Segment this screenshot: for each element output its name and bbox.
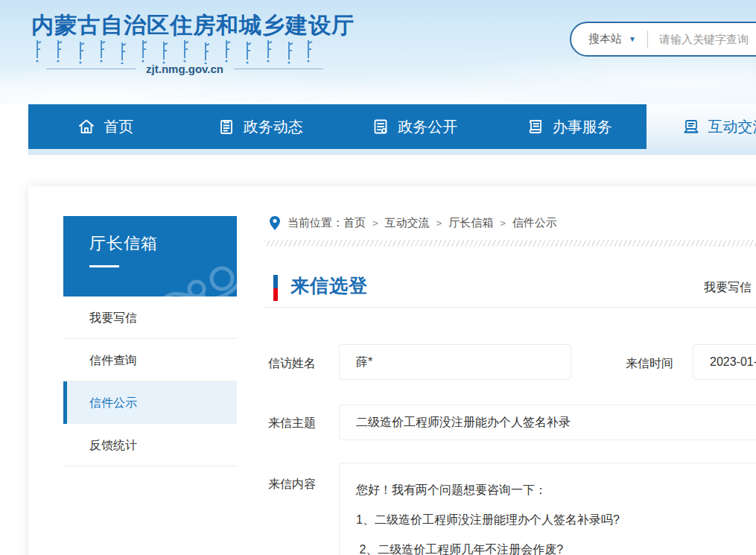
nav-tab-disclosure[interactable]: 政务公开 <box>337 104 492 149</box>
breadcrumb-separator: > <box>500 218 506 229</box>
accent-bar-red <box>273 288 278 301</box>
search-divider <box>647 31 648 48</box>
nav-tab-interaction[interactable]: 互动交流 <box>647 104 756 149</box>
breadcrumb-interaction[interactable]: 互动交流 <box>385 216 430 230</box>
section-underline <box>264 307 756 308</box>
nav-bottom-strip <box>28 149 756 155</box>
section-accent-bar <box>273 275 278 301</box>
nav-tab-news[interactable]: 政务动态 <box>183 104 338 149</box>
sidebar-header: 厅长信箱 <box>63 216 237 296</box>
section-title: 来信选登 <box>290 273 368 298</box>
breadcrumb-mailbox[interactable]: 厅长信箱 <box>448 216 493 230</box>
content-line: 您好！我有两个问题想要咨询一下： <box>356 475 756 505</box>
write-letter-link[interactable]: 我要写信 <box>704 280 752 296</box>
home-icon <box>77 118 95 136</box>
letter-time-field[interactable] <box>693 344 756 380</box>
search-scope-label: 搜本站 <box>588 32 622 46</box>
chevron-down-icon: ▼ <box>629 35 636 43</box>
chat-book-icon <box>682 118 700 136</box>
hatched-divider <box>264 240 756 247</box>
sidebar-title: 厅长信箱 <box>89 232 158 255</box>
mongolian-script <box>34 39 321 64</box>
breadcrumb-prefix: 当前位置： <box>288 216 343 230</box>
name-label: 信访姓名 <box>268 356 316 372</box>
accent-bar-blue <box>273 275 278 288</box>
nav-label: 政务动态 <box>244 117 303 137</box>
nav-label: 政务公开 <box>398 117 457 137</box>
site-domain: zjt.nmg.gov.cn <box>136 63 234 75</box>
search-input[interactable] <box>659 33 756 45</box>
site-search: 搜本站 ▼ <box>570 22 756 57</box>
location-pin-icon <box>270 216 280 230</box>
document-icon <box>372 118 390 136</box>
breadcrumb-separator: > <box>372 218 378 229</box>
domain-rule-left <box>46 69 136 69</box>
main-nav: 首页 政务动态 政务公开 办事服务 互动交流 <box>28 104 756 149</box>
clipboard-icon <box>217 118 235 136</box>
sidebar-title-underline <box>89 265 119 267</box>
sidebar-item-letter-publicity[interactable]: 信件公示 <box>63 381 237 424</box>
domain-rule-right <box>234 69 323 69</box>
breadcrumb-home[interactable]: 首页 <box>343 216 366 230</box>
time-label: 来信时间 <box>626 356 673 372</box>
nav-label: 首页 <box>104 117 133 137</box>
content-line: 2、二级造价工程师几年不注册会作废? <box>356 535 756 555</box>
breadcrumb: 当前位置： 首页 > 互动交流 > 厅长信箱 > 信件公示 <box>270 216 557 230</box>
petitioner-name-field[interactable] <box>339 344 571 380</box>
site-domain-row: zjt.nmg.gov.cn <box>46 63 323 75</box>
header-sky-banner: 内蒙古自治区住房和城乡建设厅 zjt.nmg.gov.cn 搜本站 ▼ <box>0 0 756 104</box>
letter-content-field[interactable]: 您好！我有两个问题想要咨询一下： 1、二级造价工程师没注册能理办个人签名补录吗?… <box>339 463 756 555</box>
sidebar-item-letter-search[interactable]: 信件查询 <box>63 339 237 381</box>
sidebar-item-write-letter[interactable]: 我要写信 <box>63 296 237 339</box>
breadcrumb-separator: > <box>436 218 442 229</box>
content-line: 1、二级造价工程师没注册能理办个人签名补录吗? <box>356 505 756 535</box>
content-label: 来信内容 <box>268 477 316 492</box>
scroll-icon <box>527 118 544 136</box>
cloud-pattern-decoration <box>153 258 237 296</box>
breadcrumb-current[interactable]: 信件公示 <box>512 216 557 230</box>
subject-label: 来信主题 <box>268 416 316 431</box>
search-scope-dropdown[interactable]: 搜本站 ▼ <box>588 32 636 46</box>
letter-subject-field[interactable] <box>339 405 756 440</box>
sidebar-menu: 我要写信 信件查询 信件公示 反馈统计 <box>63 296 237 466</box>
sidebar-item-feedback-stats[interactable]: 反馈统计 <box>63 424 237 466</box>
nav-tab-services[interactable]: 办事服务 <box>492 104 647 149</box>
nav-label: 办事服务 <box>553 117 612 137</box>
nav-label: 互动交流 <box>708 117 756 137</box>
site-title: 内蒙古自治区住房和城乡建设厅 <box>31 10 355 41</box>
nav-tab-home[interactable]: 首页 <box>28 104 183 149</box>
